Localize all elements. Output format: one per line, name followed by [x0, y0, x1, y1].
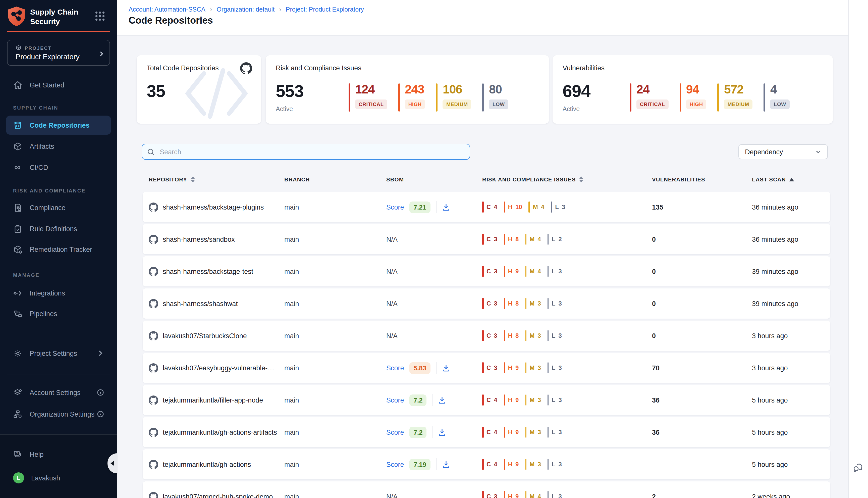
risk-issues-cell: C4 H10 M4 L3 — [482, 201, 652, 212]
sidebar-item-artifacts[interactable]: Artifacts — [0, 136, 117, 157]
card-label: Risk and Compliance Issues — [276, 64, 361, 72]
sidebar-item-account-settings[interactable]: Account Settings — [0, 382, 117, 403]
severity-badge: LOW — [489, 100, 508, 109]
sidebar-item-label: Rule Definitions — [30, 225, 77, 233]
sbom-score-link[interactable]: Score — [386, 461, 404, 468]
medium-count: M4 — [525, 234, 541, 245]
active-label: Active — [563, 106, 580, 113]
sbom-score-link[interactable]: Score — [386, 364, 404, 371]
repository-name[interactable]: shash-harness/shashwat — [163, 300, 238, 307]
column-header-risk-issues[interactable]: RISK AND COMPLIANCE ISSUES — [482, 176, 652, 182]
download-icon[interactable] — [442, 364, 450, 372]
table-row[interactable]: shash-harness/backstage-plugins main Sco… — [143, 192, 830, 222]
severity-badge: LOW — [770, 100, 790, 109]
medium-count: M3 — [525, 362, 541, 374]
vulnerabilities-count: 70 — [652, 364, 752, 371]
repository-name[interactable]: tejakummarikuntla/filler-app-node — [163, 396, 263, 404]
user-menu[interactable]: L Lavakush — [0, 467, 117, 488]
table-row[interactable]: lavakush07/StarbucksClone main N/A C3 H8… — [143, 320, 830, 351]
sidebar-item-get-started[interactable]: Get Started — [0, 74, 117, 95]
branch-name: main — [284, 461, 386, 468]
download-icon[interactable] — [438, 428, 446, 436]
table-row[interactable]: shash-harness/backstage-test main N/A C3… — [143, 256, 830, 286]
download-icon[interactable] — [442, 460, 450, 468]
table-row[interactable]: lavakush07/easybuggy-vulnerable-app... m… — [143, 353, 830, 383]
sidebar-item-rule-definitions[interactable]: Rule Definitions — [0, 218, 117, 239]
page-header: Account: Automation-SSCA › Organization:… — [117, 0, 849, 36]
repository-name[interactable]: tejakummarikuntla/gh-actions-artifacts — [163, 429, 277, 436]
sbom-type-dropdown[interactable]: Dependency — [738, 144, 828, 159]
info-icon[interactable] — [97, 389, 104, 396]
sidebar-item-remediation-tracker[interactable]: Remediation Tracker — [0, 239, 117, 260]
repository-name[interactable]: lavakush07/easybuggy-vulnerable-app... — [163, 364, 277, 371]
sidebar-item-label: Project Settings — [30, 350, 77, 357]
table-row[interactable]: lavakush07/argocd-hub-spoke-demo main N/… — [143, 482, 830, 498]
sidebar-item-label: Organization Settings — [30, 410, 94, 418]
risk-issues-value: 553 — [276, 81, 303, 101]
repository-name[interactable]: lavakush07/StarbucksClone — [163, 332, 247, 339]
sbom-score-badge: 7.2 — [410, 394, 427, 406]
sidebar-item-project-settings[interactable]: Project Settings — [0, 343, 117, 364]
breadcrumb-account-link[interactable]: Account: Automation-SSCA — [129, 6, 205, 13]
sbom-score-badge: 7.19 — [410, 459, 430, 470]
info-icon[interactable] — [97, 410, 104, 418]
risk-issues-cell: C3 H9 M4 L3 — [482, 266, 652, 277]
product-title: Supply ChainSecurity — [30, 7, 78, 26]
chevron-right-icon — [97, 350, 104, 357]
low-stat: 4 LOW — [764, 83, 790, 112]
table-row[interactable]: tejakummarikuntla/gh-actions-artifacts m… — [143, 417, 830, 447]
project-selector[interactable]: PROJECT Product Exploratory — [7, 40, 110, 66]
sidebar-item-cicd[interactable]: CI/CD — [0, 157, 117, 178]
column-header-last-scan[interactable]: LAST SCAN — [752, 176, 830, 182]
repository-name[interactable]: shash-harness/sandbox — [163, 235, 235, 243]
sidebar-item-pipelines[interactable]: Pipelines — [0, 303, 117, 324]
vulnerabilities-count: 0 — [652, 267, 752, 275]
sidebar-item-compliance[interactable]: Compliance — [0, 197, 117, 218]
table-row[interactable]: tejakummarikuntla/filler-app-node main S… — [143, 385, 830, 415]
critical-count: C3 — [482, 266, 497, 277]
breadcrumb-project-link[interactable]: Project: Product Exploratory — [286, 6, 364, 13]
search-input[interactable] — [159, 147, 465, 156]
sidebar-item-organization-settings[interactable]: Organization Settings — [0, 404, 117, 424]
sbom-score-badge: 5.83 — [410, 362, 430, 374]
vulnerabilities-count: 2 — [652, 493, 752, 498]
repository-table: shash-harness/backstage-plugins main Sco… — [143, 192, 830, 498]
sbom-score-link[interactable]: Score — [386, 203, 404, 211]
github-icon — [149, 395, 158, 405]
critical-count: C4 — [482, 201, 497, 212]
sidebar-item-help[interactable]: ? Help — [0, 444, 117, 465]
table-row[interactable]: shash-harness/shashwat main N/A C3 H8 M3… — [143, 288, 830, 318]
column-header-repository[interactable]: REPOSITORY — [149, 176, 284, 182]
github-icon — [149, 299, 158, 308]
sort-icon — [579, 176, 583, 182]
sidebar-item-code-repositories[interactable]: Code Repositories — [0, 115, 117, 136]
repository-name[interactable]: tejakummarikuntla/gh-actions — [163, 461, 251, 468]
repository-name[interactable]: lavakush07/argocd-hub-spoke-demo — [163, 493, 273, 498]
low-count: L3 — [548, 394, 562, 406]
medium-stat: 572 MEDIUM — [718, 83, 753, 112]
sbom-score-link[interactable]: Score — [386, 396, 404, 404]
divider — [7, 335, 110, 335]
low-count: L3 — [548, 266, 562, 277]
sbom-score-link[interactable]: Score — [386, 429, 404, 436]
download-icon[interactable] — [438, 396, 446, 404]
chevron-left-icon — [110, 461, 114, 466]
sbom-cell: N/A — [386, 332, 482, 339]
sidebar-item-integrations[interactable]: Integrations — [0, 283, 117, 303]
repository-name[interactable]: shash-harness/backstage-test — [163, 267, 253, 275]
medium-count: M3 — [525, 330, 541, 341]
severity-badge: CRITICAL — [355, 100, 387, 109]
critical-stat: 24 CRITICAL — [630, 83, 669, 112]
branch-name: main — [284, 364, 386, 371]
risk-issues-cell: C3 H8 M4 L2 — [482, 234, 652, 245]
repository-name[interactable]: shash-harness/backstage-plugins — [163, 203, 264, 211]
divider — [436, 362, 436, 374]
last-scan-time: 3 hours ago — [752, 364, 830, 371]
breadcrumb-organization-link[interactable]: Organization: default — [216, 6, 275, 13]
table-row[interactable]: tejakummarikuntla/gh-actions main Score … — [143, 449, 830, 480]
app-switcher-grid-icon[interactable] — [94, 11, 106, 22]
download-icon[interactable] — [442, 203, 450, 211]
table-row[interactable]: shash-harness/sandbox main N/A C3 H8 M4 … — [143, 224, 830, 254]
chat-bubbles-icon[interactable] — [852, 462, 864, 473]
vulnerabilities-card: Vulnerabilities 694 Active 24 CRITICAL 9… — [552, 55, 833, 123]
